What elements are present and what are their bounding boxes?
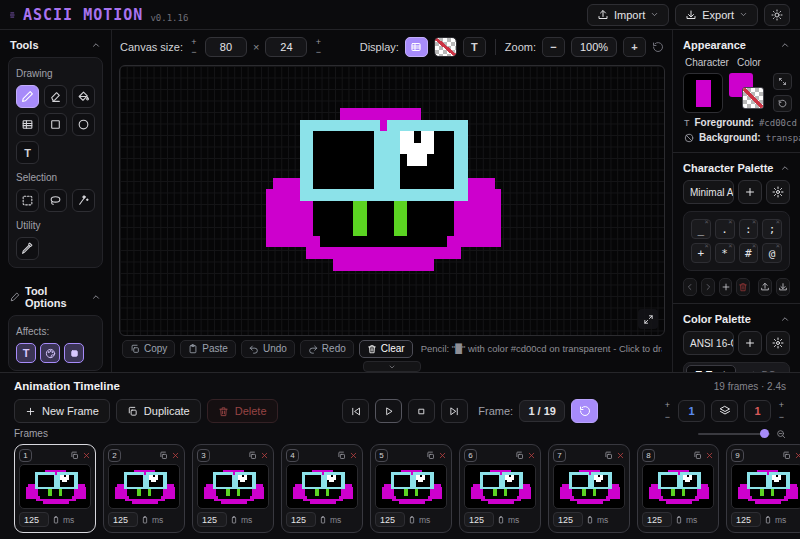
duplicate-frame-icon[interactable]	[515, 451, 524, 460]
frame-thumbnail[interactable]	[286, 464, 358, 509]
fill-tool-button[interactable]	[72, 85, 95, 108]
background-color-swatch[interactable]	[742, 87, 764, 109]
delete-frame-button[interactable]: Delete	[207, 399, 278, 423]
affects-character-toggle[interactable]: T	[16, 343, 36, 363]
delete-frame-icon[interactable]	[349, 451, 358, 460]
rect-select-tool-button[interactable]	[16, 189, 39, 212]
width-stepper[interactable]: + −	[189, 38, 199, 56]
zoom-in-button[interactable]: +	[623, 37, 646, 57]
apply-duration-icon[interactable]	[497, 515, 505, 525]
affects-color-toggle[interactable]	[40, 343, 60, 363]
frame-duration-input[interactable]	[731, 512, 761, 527]
delete-frame-icon[interactable]	[260, 451, 269, 460]
character-swatch[interactable]	[683, 73, 723, 113]
frame-thumbnail[interactable]	[197, 464, 269, 509]
onion-prev-stepper[interactable]: +−	[663, 401, 672, 421]
frame-thumbnail[interactable]	[464, 464, 536, 509]
magic-wand-tool-button[interactable]	[72, 189, 95, 212]
delete-frame-icon[interactable]	[527, 451, 536, 460]
undo-button[interactable]: Undo	[241, 340, 295, 358]
apply-duration-icon[interactable]	[675, 515, 683, 525]
char-move-right-button[interactable]	[701, 278, 715, 296]
plus-glyph[interactable]: +	[313, 38, 323, 46]
palette-character-button[interactable]: :×	[739, 219, 759, 239]
char-move-left-button[interactable]	[683, 278, 697, 296]
canvas-width-input[interactable]	[205, 37, 247, 57]
add-char-palette-button[interactable]	[738, 180, 762, 204]
reset-colors-button[interactable]	[773, 95, 792, 112]
frame-thumbnail[interactable]	[731, 464, 800, 509]
delete-frame-icon[interactable]	[171, 451, 180, 460]
palette-character-button[interactable]: +×	[691, 243, 711, 263]
delete-frame-icon[interactable]	[438, 451, 447, 460]
palette-character-button[interactable]: .×	[715, 219, 735, 239]
frame-duration-input[interactable]	[19, 512, 49, 527]
import-button[interactable]: Import	[587, 4, 669, 26]
frame-thumbnail[interactable]	[642, 464, 714, 509]
onion-prev-frames[interactable]: 1	[678, 400, 705, 422]
play-button[interactable]	[375, 399, 402, 423]
skip-to-start-button[interactable]	[342, 399, 369, 423]
char-palette-section-header[interactable]: Character Palette	[673, 160, 800, 180]
duplicate-frame-icon[interactable]	[782, 451, 791, 460]
appearance-section-header[interactable]: Appearance	[673, 30, 800, 57]
tool-options-section-header[interactable]: Tool Options	[0, 276, 111, 315]
delete-frame-icon[interactable]	[794, 451, 800, 460]
apply-duration-icon[interactable]	[230, 515, 238, 525]
delete-frame-icon[interactable]	[82, 451, 91, 460]
canvas-height-input[interactable]	[265, 37, 307, 57]
duplicate-frame-icon[interactable]	[426, 451, 435, 460]
remove-char-icon[interactable]: ×	[776, 242, 780, 250]
eyedropper-tool-button[interactable]	[16, 237, 39, 260]
frame-card[interactable]: 4 ms	[281, 444, 363, 533]
duplicate-frame-icon[interactable]	[693, 451, 702, 460]
rectangle-tool-button[interactable]	[44, 113, 67, 136]
paste-button[interactable]: Paste	[180, 340, 236, 358]
minus-glyph[interactable]: −	[189, 48, 199, 56]
pencil-tool-button[interactable]	[16, 85, 39, 108]
color-palette-preset-select[interactable]: ANSI 16-Col	[683, 331, 734, 355]
delete-character-button[interactable]	[736, 278, 750, 296]
loop-toggle-button[interactable]	[571, 399, 598, 423]
apply-duration-icon[interactable]	[319, 515, 327, 525]
color-palette-section-header[interactable]: Color Palette	[673, 311, 800, 331]
canvas-resize-handle[interactable]	[638, 309, 658, 329]
palette-character-button[interactable]: _×	[691, 219, 711, 239]
export-button[interactable]: Export	[675, 4, 758, 26]
char-visibility-toggle-button[interactable]: T	[463, 37, 486, 57]
zoom-out-button[interactable]: −	[542, 37, 565, 57]
frame-card[interactable]: 5 ms	[370, 444, 452, 533]
remove-char-icon[interactable]: ×	[728, 242, 732, 250]
frame-duration-input[interactable]	[375, 512, 405, 527]
height-stepper[interactable]: + −	[313, 38, 323, 56]
palette-character-button[interactable]: @×	[762, 243, 782, 263]
frame-thumbnail[interactable]	[553, 464, 625, 509]
transparency-toggle-button[interactable]	[434, 37, 457, 57]
slider-thumb[interactable]	[760, 429, 769, 438]
remove-char-icon[interactable]: ×	[705, 242, 709, 250]
duplicate-frame-icon[interactable]	[604, 451, 613, 460]
tab-text-color[interactable]: T Text	[686, 365, 736, 372]
duplicate-frame-icon[interactable]	[337, 451, 346, 460]
plus-glyph[interactable]: +	[189, 38, 199, 46]
frame-card[interactable]: 1 ms	[14, 444, 96, 533]
frame-duration-input[interactable]	[553, 512, 583, 527]
delete-frame-icon[interactable]	[705, 451, 714, 460]
ellipse-tool-button[interactable]	[72, 113, 95, 136]
remove-char-icon[interactable]: ×	[705, 218, 709, 226]
frame-thumbnail[interactable]	[375, 464, 447, 509]
frame-card[interactable]: 8 ms	[637, 444, 719, 533]
frame-card[interactable]: 2 ms	[103, 444, 185, 533]
grid-toggle-button[interactable]	[405, 37, 428, 57]
skip-to-end-button[interactable]	[441, 399, 468, 423]
clear-button[interactable]: Clear	[359, 340, 413, 358]
drawing-canvas[interactable]	[119, 65, 665, 336]
apply-duration-icon[interactable]	[408, 515, 416, 525]
apply-duration-icon[interactable]	[52, 515, 60, 525]
add-color-palette-button[interactable]	[738, 331, 762, 355]
frame-duration-input[interactable]	[197, 512, 227, 527]
stop-button[interactable]	[408, 399, 435, 423]
char-palette-settings-button[interactable]	[766, 180, 790, 204]
tab-bg-color[interactable]: BG	[738, 365, 788, 372]
duplicate-frame-icon[interactable]	[159, 451, 168, 460]
